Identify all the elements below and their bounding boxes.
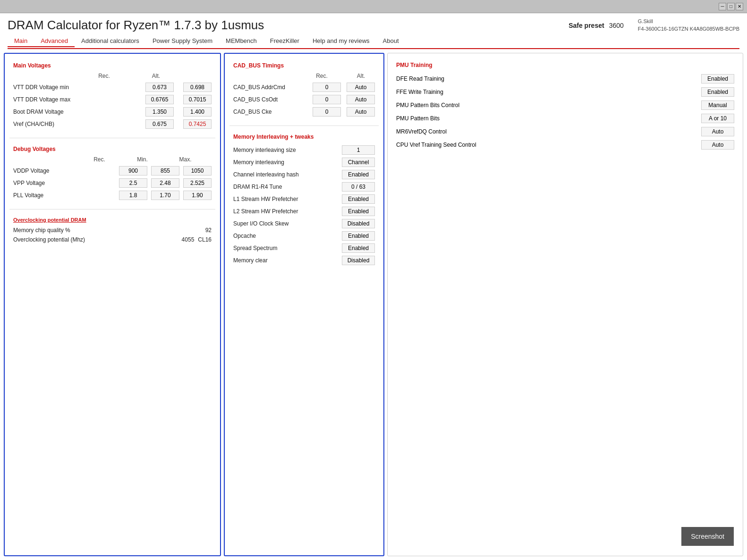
channel-hash-value: Enabled [342, 170, 375, 179]
vddp-row: VDDP Voltage 900 855 1050 [13, 165, 212, 177]
app-header: DRAM Calculator for Ryzen™ 1.7.3 by 1usm… [0, 13, 747, 49]
debug-voltages-section: Debug Voltages Rec. Min. Max. VDDP Volta… [9, 142, 215, 205]
mem-interleaving-size-row: Memory interleaving size 1 [233, 144, 375, 156]
maximize-button[interactable]: □ [727, 3, 735, 10]
window-controls[interactable]: ─ □ ✕ [719, 3, 743, 10]
mem-interleaving-size-value: 1 [342, 145, 375, 155]
cad-cke-alt: Auto [347, 107, 375, 117]
chip-quality-value: 92 [205, 227, 212, 234]
super-io-label: Super I/O Clock Skew [233, 220, 289, 227]
dfe-read-label: DFE Read Training [396, 75, 444, 82]
cpu-vref-value: Auto [701, 140, 734, 150]
cad-cke-label: CAD_BUS Cke [233, 109, 313, 115]
super-io-value: Disabled [342, 219, 375, 228]
vtt-max-alt: 0.7015 [183, 95, 212, 104]
opcache-label: Opcache [233, 233, 256, 239]
menu-item-pss[interactable]: Power Supply System [146, 35, 219, 46]
l1-stream-row: L1 Stream HW Prefetcher Enabled [233, 193, 375, 205]
menu-item-membench[interactable]: MEMbench [219, 35, 263, 46]
mr6vrefdq-value: Auto [701, 127, 734, 136]
vpp-row: VPP Voltage 2.5 2.48 2.525 [13, 177, 212, 189]
rec-header: Rec. [91, 73, 117, 79]
preset-label: Safe preset [569, 22, 604, 29]
mr6vrefdq-label: MR6VrefDQ Control [396, 128, 447, 135]
vddp-min: 855 [151, 166, 179, 176]
app-window: DRAM Calculator for Ryzen™ 1.7.3 by 1usm… [0, 13, 747, 560]
cad-alt-header: Alt. [348, 73, 374, 79]
mem-interleaving-section: Memory Interleaving + tweaks Memory inte… [229, 130, 379, 270]
vtt-max-rec: 0.6765 [145, 95, 174, 104]
pll-min: 1.70 [151, 191, 179, 200]
vtt-min-label: VTT DDR Voltage min [13, 84, 145, 91]
spread-spectrum-label: Spread Spectrum [233, 245, 277, 251]
preset-area: Safe preset 3600 G.Skill F4-3600C16-16GT… [569, 18, 739, 33]
spread-spectrum-value: Enabled [342, 243, 375, 253]
dram-r1r4-row: DRAM R1-R4 Tune 0 / 63 [233, 181, 375, 193]
title-row: DRAM Calculator for Ryzen™ 1.7.3 by 1usm… [8, 18, 739, 33]
middle-panel: CAD_BUS Timings Rec. Alt. CAD_BUS AddrCm… [224, 53, 384, 556]
oc-potential-extra: CL16 [198, 236, 212, 243]
main-voltages-section: Main Voltages Rec. Alt. VTT DDR Voltage … [9, 59, 215, 134]
menu-item-help[interactable]: Help and my reviews [306, 35, 376, 46]
vddp-rec: 900 [119, 166, 147, 176]
mem-interleaving-row: Memory interleaving Channel [233, 156, 375, 168]
pmu-pattern-ctrl-row: PMU Pattern Bits Control Manual [396, 99, 734, 112]
chip-quality-row: Memory chip quality % 92 [13, 226, 212, 235]
pmu-pattern-bits-label: PMU Pattern Bits [396, 115, 440, 122]
l1-stream-label: L1 Stream HW Prefetcher [233, 196, 298, 202]
cad-rec-header: Rec. [309, 73, 335, 79]
dram-r1r4-label: DRAM R1-R4 Tune [233, 184, 282, 190]
cad-csodt-alt: Auto [347, 95, 375, 104]
ffe-write-value: Enabled [701, 87, 734, 97]
screenshot-button[interactable]: Screenshot [681, 527, 734, 546]
content-area: Main Voltages Rec. Alt. VTT DDR Voltage … [0, 49, 747, 560]
cad-addrcmd-label: CAD_BUS AddrCmd [233, 84, 313, 91]
debug-max-header: Max. [172, 156, 198, 163]
right-panel: PMU Training DFE Read Training Enabled F… [387, 53, 743, 556]
l2-stream-row: L2 Stream HW Prefetcher Enabled [233, 205, 375, 217]
menu-item-advanced[interactable]: Advanced [34, 35, 75, 47]
minimize-button[interactable]: ─ [719, 3, 726, 10]
menu-item-about[interactable]: About [376, 35, 406, 46]
vtt-min-alt: 0.698 [183, 83, 212, 92]
vref-label: Vref (CHA/CHB) [13, 121, 145, 127]
pmu-pattern-bits-row: PMU Pattern Bits A or 10 [396, 112, 734, 125]
channel-hash-label: Channel interleaving hash [233, 171, 299, 178]
overclocking-section: Overclocking potential DRAM Memory chip … [9, 213, 215, 248]
chip-quality-label: Memory chip quality % [13, 227, 205, 234]
debug-voltages-title: Debug Voltages [13, 146, 212, 152]
cad-addrcmd-rec: 0 [313, 83, 341, 92]
vtt-max-label: VTT DDR Voltage max [13, 96, 145, 103]
pmu-pattern-bits-value: A or 10 [701, 114, 734, 123]
mem-interleaving-title: Memory Interleaving + tweaks [233, 134, 375, 140]
opcache-row: Opcache Enabled [233, 230, 375, 242]
cad-bus-section: CAD_BUS Timings Rec. Alt. CAD_BUS AddrCm… [229, 59, 379, 122]
opcache-value: Enabled [342, 231, 375, 241]
mem-clear-label: Memory clear [233, 257, 268, 264]
vref-rec: 0.675 [145, 119, 174, 129]
oc-potential-label: Overclocking potential (Mhz) [13, 236, 182, 243]
ffe-write-row: FFE Write Training Enabled [396, 85, 734, 99]
gskill-info: G.Skill F4-3600C16-16GTZN K4A8G085WB-BCP… [638, 18, 739, 33]
mem-interleaving-label: Memory interleaving [233, 159, 284, 166]
left-panel: Main Voltages Rec. Alt. VTT DDR Voltage … [4, 53, 221, 556]
menu-item-freezkiller[interactable]: FreezKiller [263, 35, 306, 46]
cpu-vref-row: CPU Vref Training Seed Control Auto [396, 138, 734, 151]
cad-csodt-label: CAD_BUS CsOdt [233, 96, 313, 103]
main-voltages-title: Main Voltages [13, 62, 212, 69]
menu-item-additional[interactable]: Additional calculators [75, 35, 146, 46]
menu-item-main[interactable]: Main [8, 35, 34, 47]
pll-row: PLL Voltage 1.8 1.70 1.90 [13, 189, 212, 201]
cpu-vref-label: CPU Vref Training Seed Control [396, 142, 476, 148]
cad-csodt-rec: 0 [313, 95, 341, 104]
vtt-min-rec: 0.673 [145, 83, 174, 92]
gskill-line1: G.Skill [638, 18, 739, 25]
pll-max: 1.90 [183, 191, 212, 200]
close-button[interactable]: ✕ [736, 3, 743, 10]
preset-value: 3600 [609, 22, 624, 29]
vtt-min-row: VTT DDR Voltage min 0.673 0.698 [13, 81, 212, 93]
pmu-pattern-ctrl-value: Manual [701, 100, 734, 110]
vpp-min: 2.48 [151, 178, 179, 188]
cad-addrcmd-row: CAD_BUS AddrCmd 0 Auto [233, 81, 375, 93]
pmu-pattern-ctrl-label: PMU Pattern Bits Control [396, 102, 459, 109]
